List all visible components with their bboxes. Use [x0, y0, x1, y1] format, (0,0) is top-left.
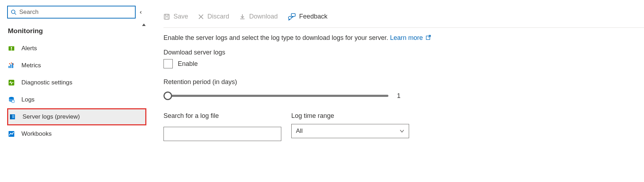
- sidebar-item-server-logs[interactable]: Server logs (preview): [7, 108, 146, 125]
- filter-row: Search for a log file Log time range All: [163, 112, 644, 141]
- search-input[interactable]: [19, 9, 132, 16]
- diagnostic-icon: [8, 79, 15, 86]
- description: Enable the server logs and select the lo…: [163, 34, 644, 42]
- slider-track: [163, 95, 388, 97]
- enable-row: Enable: [163, 59, 644, 68]
- svg-point-27: [288, 16, 291, 19]
- timerange-value: All: [296, 128, 303, 135]
- alerts-icon: [8, 45, 15, 52]
- download-button[interactable]: Download: [239, 13, 278, 20]
- svg-rect-5: [9, 66, 10, 68]
- learn-more-link[interactable]: Learn more: [390, 34, 431, 41]
- nav-label: Alerts: [21, 45, 37, 52]
- nav-label: Workbooks: [21, 130, 52, 137]
- download-label: Download: [249, 13, 278, 20]
- slider-thumb[interactable]: [163, 92, 172, 100]
- svg-rect-3: [11, 47, 12, 49]
- save-button[interactable]: Save: [163, 13, 188, 20]
- scroll-up-arrow-icon[interactable]: [142, 24, 146, 26]
- nav-label: Logs: [21, 96, 35, 103]
- svg-rect-6: [10, 64, 11, 68]
- logs-icon: [8, 96, 15, 103]
- save-label: Save: [173, 13, 188, 20]
- collapse-sidebar-button[interactable]: ‹‹: [139, 7, 141, 17]
- scrollbar[interactable]: [141, 23, 146, 182]
- workbooks-icon: [8, 130, 15, 137]
- search-box[interactable]: [7, 6, 136, 19]
- svg-line-1: [15, 13, 16, 15]
- learn-more-label: Learn more: [390, 34, 423, 41]
- save-icon: [163, 14, 170, 20]
- feedback-button[interactable]: Feedback: [288, 13, 327, 20]
- enable-label: Enable: [178, 60, 198, 68]
- main-content: Save Discard Download Feedback Enable th…: [146, 0, 644, 182]
- nav-label: Diagnostic settings: [21, 79, 72, 86]
- sidebar-item-metrics[interactable]: Metrics: [7, 57, 146, 74]
- timerange-select[interactable]: All: [291, 124, 409, 138]
- nav-list: Alerts Metrics Diagnostic settings Logs …: [7, 40, 146, 142]
- svg-point-9: [11, 63, 12, 64]
- sidebar-item-alerts[interactable]: Alerts: [7, 40, 146, 57]
- download-icon: [239, 14, 246, 20]
- sidebar-item-logs[interactable]: Logs: [7, 91, 146, 108]
- search-icon: [11, 9, 16, 15]
- svg-rect-20: [164, 14, 169, 19]
- timerange-label: Log time range: [291, 112, 409, 120]
- search-log-label: Search for a log file: [163, 112, 281, 120]
- sidebar-item-workbooks[interactable]: Workbooks: [7, 125, 146, 142]
- server-logs-icon: [9, 113, 16, 120]
- svg-rect-15: [10, 114, 11, 119]
- search-row: ‹‹: [7, 6, 146, 19]
- sidebar-item-diagnostic-settings[interactable]: Diagnostic settings: [7, 74, 146, 91]
- svg-line-30: [428, 35, 431, 37]
- svg-rect-22: [165, 17, 168, 19]
- chevron-down-icon: [399, 129, 404, 134]
- external-link-icon: [426, 35, 431, 40]
- retention-label: Retention period (in days): [163, 78, 644, 86]
- retention-slider[interactable]: [163, 92, 388, 100]
- retention-slider-row: 1: [163, 92, 644, 100]
- feedback-label: Feedback: [299, 13, 327, 20]
- svg-point-10: [13, 64, 14, 65]
- nav-label: Server logs (preview): [22, 113, 80, 120]
- section-heading-monitoring: Monitoring: [7, 27, 146, 35]
- sidebar: ‹‹ Monitoring Alerts Metrics Diagnostic …: [0, 0, 146, 182]
- enable-checkbox[interactable]: [163, 59, 173, 68]
- svg-point-0: [11, 10, 15, 14]
- metrics-icon: [8, 62, 15, 69]
- retention-value: 1: [397, 92, 401, 100]
- timerange-col: Log time range All: [291, 112, 409, 141]
- discard-icon: [198, 14, 204, 20]
- svg-rect-28: [291, 14, 295, 16]
- discard-button[interactable]: Discard: [198, 13, 229, 20]
- feedback-icon: [288, 13, 296, 20]
- search-log-input[interactable]: [163, 127, 281, 141]
- nav-label: Metrics: [21, 62, 41, 69]
- svg-rect-21: [165, 14, 168, 16]
- toolbar: Save Discard Download Feedback: [163, 13, 644, 28]
- svg-point-8: [9, 63, 10, 64]
- discard-label: Discard: [207, 13, 229, 20]
- search-log-col: Search for a log file: [163, 112, 281, 141]
- svg-rect-13: [12, 100, 14, 103]
- download-server-logs-label: Download server logs: [163, 49, 644, 56]
- svg-rect-4: [11, 50, 12, 51]
- description-text: Enable the server logs and select the lo…: [163, 34, 388, 41]
